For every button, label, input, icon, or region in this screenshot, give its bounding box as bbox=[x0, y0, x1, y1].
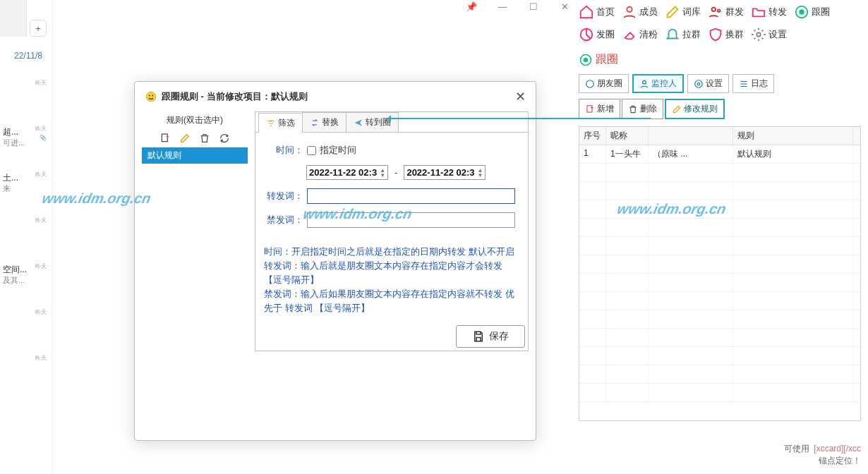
col-desc[interactable] bbox=[649, 127, 733, 145]
svg-rect-17 bbox=[162, 134, 167, 142]
moments-icon bbox=[585, 79, 595, 89]
list-item[interactable]: 昨天 bbox=[0, 215, 49, 261]
tool-bulk[interactable]: 群发 bbox=[708, 4, 744, 20]
col-rule[interactable]: 规则 bbox=[733, 127, 853, 145]
svg-point-9 bbox=[586, 80, 594, 87]
svg-point-0 bbox=[627, 7, 632, 12]
svg-point-1 bbox=[712, 8, 716, 11]
edit-rule-button[interactable]: 修改规则 bbox=[665, 99, 725, 119]
tool-swap[interactable]: 换群 bbox=[708, 27, 744, 42]
svg-point-14 bbox=[146, 92, 156, 102]
rule-list-item[interactable]: 默认规则 bbox=[142, 147, 248, 164]
date-from[interactable]: 2022-11-22 02:3▲▼ bbox=[306, 165, 388, 180]
filter-icon bbox=[266, 119, 276, 128]
edit-icon bbox=[672, 104, 682, 114]
save-icon bbox=[472, 330, 485, 343]
save-button[interactable]: 保存 bbox=[456, 325, 525, 348]
circle-icon bbox=[794, 4, 809, 20]
tool-settings[interactable]: 设置 bbox=[751, 27, 787, 42]
members-icon bbox=[622, 4, 637, 20]
tool-pull[interactable]: 拉群 bbox=[665, 27, 701, 42]
list-item[interactable]: 昨天空间...及其... bbox=[0, 261, 49, 307]
date-to[interactable]: 2022-11-22 02:3▲▼ bbox=[404, 165, 486, 180]
table-row bbox=[579, 292, 860, 310]
right-panel: 首页 成员 词库 群发 转发 跟圈 发圈 清粉 拉群 换群 设置 跟圈 朋友圈 … bbox=[572, 0, 868, 474]
forward-word-label: 转发词： bbox=[263, 190, 303, 202]
maximize-button[interactable]: ☐ bbox=[526, 1, 541, 12]
tab-monitor[interactable]: 监控人 bbox=[632, 74, 684, 93]
tab-moments[interactable]: 朋友圈 bbox=[579, 74, 629, 93]
dlg-tab-replace[interactable]: 替换 bbox=[302, 112, 346, 132]
edit-rule-icon-button[interactable] bbox=[179, 132, 191, 145]
time-checkbox[interactable] bbox=[307, 146, 316, 155]
dlg-tab-filter[interactable]: 筛选 bbox=[258, 113, 303, 133]
gear-icon bbox=[694, 79, 704, 89]
table-row[interactable]: 1 1一头牛 （原味 ... 默认规则 bbox=[579, 145, 860, 164]
list-item[interactable]: 昨天 bbox=[0, 307, 49, 353]
tool-members[interactable]: 成员 bbox=[622, 4, 658, 20]
ban-word-input[interactable] bbox=[307, 212, 515, 228]
tool-dict[interactable]: 词库 bbox=[665, 4, 701, 20]
eraser-icon bbox=[622, 27, 637, 42]
tab-log[interactable]: 日志 bbox=[733, 74, 774, 93]
svg-point-4 bbox=[800, 10, 804, 14]
monitor-table: 序号 昵称 规则 1 1一头牛 （原味 ... 默认规则 bbox=[579, 126, 861, 421]
tool-post[interactable]: 发圈 bbox=[579, 27, 615, 42]
tool-forward[interactable]: 转发 bbox=[751, 4, 787, 20]
minimize-button[interactable]: — bbox=[495, 1, 510, 12]
radar-icon bbox=[579, 27, 594, 42]
svg-point-15 bbox=[149, 95, 150, 97]
delete-rule-icon-button[interactable] bbox=[198, 132, 211, 145]
table-row bbox=[579, 347, 860, 365]
table-row bbox=[579, 237, 860, 255]
window-controls: 📌 — ☐ ✕ bbox=[464, 1, 572, 12]
dialog-icon bbox=[145, 90, 157, 103]
home-icon bbox=[579, 4, 594, 20]
delete-button[interactable]: 删除 bbox=[622, 99, 663, 119]
col-nick[interactable]: 昵称 bbox=[606, 127, 649, 145]
list-item[interactable]: 昨天 bbox=[0, 78, 49, 123]
list-item[interactable]: 昨天超...可进...📎 bbox=[0, 123, 49, 169]
tool-clean[interactable]: 清粉 bbox=[622, 27, 658, 42]
svg-point-11 bbox=[697, 83, 700, 85]
main-toolbar: 首页 成员 词库 群发 转发 跟圈 发圈 清粉 拉群 换群 设置 bbox=[572, 0, 868, 47]
new-tab-button[interactable]: + bbox=[30, 20, 47, 37]
footer-hint: 可使用 [xccard][/xcc 锚点定位！ bbox=[784, 443, 861, 467]
ban-word-label: 禁发词： bbox=[263, 214, 303, 226]
rule-list-panel: 规则(双击选中) 默认规则 bbox=[142, 111, 248, 351]
spinner-arrows[interactable]: ▲▼ bbox=[478, 168, 483, 178]
dialog-tabs: 筛选 替换 转到圈 bbox=[255, 112, 528, 133]
tool-home[interactable]: 首页 bbox=[579, 4, 615, 20]
date-label: 22/11/8 bbox=[14, 51, 42, 61]
forward-word-input[interactable] bbox=[307, 188, 515, 204]
bulk-icon bbox=[708, 4, 723, 20]
spinner-arrows[interactable]: ▲▼ bbox=[380, 168, 385, 178]
svg-point-8 bbox=[584, 58, 588, 61]
add-rule-button[interactable] bbox=[159, 132, 171, 145]
dialog-close-button[interactable]: ✕ bbox=[515, 89, 526, 104]
table-row bbox=[579, 310, 860, 329]
list-icon bbox=[739, 79, 749, 89]
table-row bbox=[579, 365, 860, 384]
close-button[interactable]: ✕ bbox=[557, 1, 572, 12]
new-button[interactable]: 新增 bbox=[579, 99, 620, 119]
help-text: 时间：开启指定时间之后就是在指定的日期内转发 默认不开启 转发词：输入后就是朋友… bbox=[263, 242, 521, 318]
svg-point-6 bbox=[757, 32, 761, 37]
refresh-button[interactable] bbox=[218, 132, 231, 145]
conversation-list: 昨天 昨天超...可进...📎 昨天土...来 昨天 昨天空间...及其... … bbox=[0, 78, 49, 399]
list-item[interactable]: 昨天 bbox=[0, 353, 49, 399]
section-title: 跟圈 bbox=[572, 47, 868, 73]
time-label: 时间： bbox=[263, 144, 303, 157]
svg-point-2 bbox=[718, 9, 721, 12]
svg-point-16 bbox=[152, 95, 153, 97]
tool-follow[interactable]: 跟圈 bbox=[794, 4, 830, 20]
list-item[interactable]: 昨天土...来 bbox=[0, 169, 49, 215]
col-seq[interactable]: 序号 bbox=[579, 127, 606, 145]
tab-settings-sub[interactable]: 设置 bbox=[687, 74, 729, 93]
table-row bbox=[579, 200, 860, 219]
table-row bbox=[579, 384, 860, 402]
tab-strip bbox=[0, 0, 27, 37]
table-row bbox=[579, 164, 860, 182]
pin-button[interactable]: 📌 bbox=[464, 1, 478, 12]
send-icon bbox=[354, 118, 363, 128]
